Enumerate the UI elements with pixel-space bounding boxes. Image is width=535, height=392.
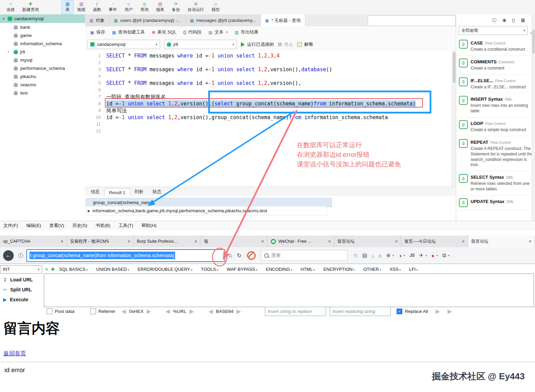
reload-icon[interactable]: ↻ [237, 252, 241, 259]
close-tab-icon[interactable]: × [328, 239, 331, 244]
hackbar-menu-lfi[interactable]: LFI [409, 267, 418, 272]
code-line[interactable]: 7一阶段 查询所有数据库名 [85, 93, 452, 100]
toolbar-user-button[interactable]: ☺用户 [121, 0, 136, 14]
toolbar-new-query-button[interactable]: ✚新建查询 [19, 0, 42, 14]
database-select[interactable]: jrlt ▾ [164, 40, 237, 49]
close-tab-icon[interactable]: × [61, 239, 63, 244]
hackbar-menu-other[interactable]: OTHER [363, 267, 381, 272]
code-snippet-button[interactable]: ()代码段 [180, 28, 205, 37]
eye-icon[interactable]: ◉ [502, 17, 506, 24]
sidebar-item-bank[interactable]: bank [0, 23, 85, 31]
toolbar-automation-button[interactable]: ⚙自动运行 [184, 0, 208, 14]
split-view-icon[interactable]: ⧉ [442, 252, 446, 258]
browser-tab-xp-captcha[interactable]: xp_CAPTCHA× [0, 236, 67, 247]
close-tab-icon[interactable]: × [261, 239, 264, 244]
text-view-button[interactable]: ▤文本▾ [205, 28, 231, 37]
browser-tab-hidden-item[interactable]: 项× [200, 236, 267, 247]
execute-button[interactable]: ▶Execute [0, 294, 44, 304]
toolbar-view-button[interactable]: ▥视图 [73, 0, 89, 14]
browser-tab-burp-suite[interactable]: Burp Suite Professi...× [134, 236, 200, 247]
browser-tab-seacms-setup[interactable]: 安装程序 - 海洋CMS× [67, 236, 134, 247]
hackbar-menu-tools[interactable]: TOOLS [201, 267, 218, 272]
toolbar-connect-button[interactable]: ⚡连接 [3, 0, 19, 14]
scrollbar-thumb[interactable] [532, 29, 535, 53]
sidebar-item-performance-schema[interactable]: performance_schema [0, 64, 85, 72]
doc-tab-untitled-query[interactable]: ▣* 无标题 - 查询 [261, 14, 306, 26]
menubar-item[interactable]: 帮助(H) [142, 223, 157, 229]
hackbar-menu-html[interactable]: HTML [301, 267, 315, 272]
site-info-icon[interactable]: ⓘ [18, 252, 23, 259]
proxy-icon[interactable]: ● [431, 253, 434, 258]
browser-tab-wechat[interactable]: WeChat - Free ...× [268, 236, 335, 247]
code-line[interactable]: 10id =-1 union select 1,2,version(),grou… [85, 114, 452, 121]
search-field[interactable]: 搜索 [261, 250, 348, 261]
snippet-insert-syntax[interactable]: ()INSERT SyntaxDMLInsert new rows into a… [456, 93, 535, 117]
hackbar-menu-encoding[interactable]: ENCODING [266, 267, 292, 272]
referrer-checkbox[interactable] [90, 308, 96, 314]
scrollbar-thumb[interactable] [453, 52, 455, 83]
replace-all-checkbox[interactable] [397, 308, 402, 314]
chevron-down-icon[interactable]: ▾ [437, 254, 438, 257]
hackbar-menu-waf-bypass[interactable]: WAF BYPASS [227, 267, 257, 272]
hackbar-textarea[interactable] [44, 274, 534, 307]
code-line[interactable]: 9简单写法 [85, 107, 452, 114]
toolbar-backup-button[interactable]: ⟳备份 [168, 0, 184, 14]
snippet-update-syntax[interactable]: ()UPDATE SyntaxDML [456, 195, 535, 211]
hackbar-menu-sql-basics[interactable]: SQL BASICS [59, 267, 88, 272]
chevron-down-icon[interactable]: ▾ [392, 254, 394, 257]
snippet-comments[interactable]: ()COMMENTSCommentCreate a comment [456, 56, 535, 75]
load-url-button[interactable]: ↧Load URL [0, 275, 44, 284]
save-button[interactable]: ▣保存 [87, 28, 108, 37]
replace-with-input[interactable] [330, 307, 391, 316]
browser-tab-message-board-2[interactable]: 留言论坛× [468, 236, 535, 247]
snippet-if-else[interactable]: ()IF...ELSE...Flow ControlCreate a IF...… [456, 75, 535, 93]
code-line[interactable]: 4 [85, 73, 452, 80]
snippet-case[interactable]: ()CASEFlow ControlCreate a conditional c… [456, 37, 535, 56]
url-input[interactable]: t group_concat(schema_name)from informat… [26, 249, 225, 262]
menubar-item[interactable]: 工具(T) [119, 223, 133, 229]
sidebar-item-seacms[interactable]: seacms [0, 80, 85, 89]
ribbon-left-icon[interactable]: ◀ [208, 308, 213, 315]
export-result-button[interactable]: ▥导出结果 [231, 28, 262, 37]
close-tab-icon[interactable]: × [127, 239, 130, 244]
code-line[interactable]: 8id =-1 union select 1,2,version(),(sele… [85, 100, 452, 107]
chevron-down-icon[interactable]: ▾ [1, 17, 6, 21]
hackbar-menu-union-based[interactable]: UNION BASED [96, 267, 129, 272]
home-icon[interactable]: ⌂ [229, 252, 232, 259]
info-icon[interactable]: ⓘ [492, 17, 497, 24]
hackbar-menu-xss[interactable]: XSS [390, 267, 401, 272]
star-icon[interactable]: ☆ [353, 252, 358, 258]
snippet-repeat[interactable]: ()REPEATFlow ControlCreate A REPEAT cons… [456, 136, 535, 171]
ribbon-left-icon[interactable]: ◀ [122, 308, 126, 315]
sidebar-item-mysql[interactable]: mysql [0, 56, 85, 64]
tabbar-filter-box[interactable] [368, 15, 455, 26]
menubar-item[interactable]: 文件(F) [3, 223, 18, 229]
hackbar-list-icon[interactable]: ≡ [45, 267, 48, 272]
sidebar-item-jrlt[interactable]: ›jrlt [0, 48, 85, 56]
hackbar-menu-encryption[interactable]: ENCRYPTION [324, 267, 355, 272]
hackbar-preset-select[interactable]: INT ▾ [0, 265, 42, 274]
snippet-select-syntax[interactable]: ()SELECT SyntaxDMLRetrieve rows selected… [456, 171, 535, 195]
close-tab-icon[interactable]: × [529, 239, 532, 244]
browser-tab-message-board-1[interactable]: 留言论坛× [335, 236, 401, 247]
close-tab-icon[interactable]: × [462, 239, 465, 244]
query-builder-button[interactable]: ▦查询创建工具 [109, 28, 148, 37]
hackbar-menu-error-double-query[interactable]: ERROR/DOUBLE QUERY [137, 267, 192, 272]
close-tab-icon[interactable]: × [194, 239, 197, 244]
doc-tab-messages-table[interactable]: ▦messages @jrlt (candacemy... [185, 14, 260, 26]
ribbon-right-icon[interactable]: ▶ [190, 308, 194, 315]
replace-find-input[interactable] [265, 307, 326, 316]
toolbar-function-button[interactable]: ƒ函数 [89, 0, 105, 14]
extensions-icon[interactable]: ⊕ [386, 252, 391, 258]
ribbon-right-icon[interactable]: ▶ [147, 308, 151, 315]
snippet-loop[interactable]: ()LOOPFlow ControlCreate a simple loop c… [456, 117, 535, 136]
chevron-right-icon[interactable]: › [8, 48, 9, 56]
toolbar-report-button[interactable]: ▤报表 [152, 0, 168, 14]
post-data-checkbox[interactable] [47, 308, 52, 314]
sidebar-item-game[interactable]: game [0, 31, 85, 39]
menubar-item[interactable]: 历史(S) [72, 223, 87, 229]
menubar-item[interactable]: 查看(V) [49, 223, 64, 229]
code-line[interactable]: 12 [85, 128, 452, 135]
split-url-button[interactable]: ✂Split URL [0, 284, 44, 294]
result-tab-profile[interactable]: 剖析 [130, 187, 148, 196]
